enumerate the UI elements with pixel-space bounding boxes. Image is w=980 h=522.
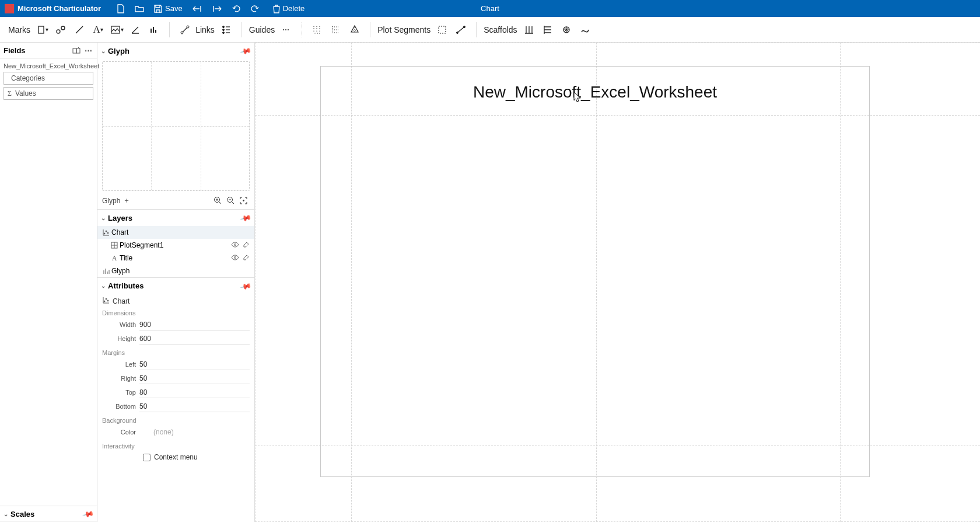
- svg-point-7: [222, 29, 224, 30]
- scales-panel-header[interactable]: ⌄ Scales 📌: [0, 506, 97, 522]
- svg-point-26: [107, 300, 108, 301]
- pin-icon[interactable]: 📌: [239, 211, 253, 225]
- erase-icon[interactable]: [240, 253, 251, 263]
- zoom-in-icon[interactable]: [211, 196, 224, 205]
- bottom-label: Bottom: [102, 403, 139, 410]
- delete-button[interactable]: Delete: [268, 0, 310, 17]
- erase-icon[interactable]: [240, 241, 251, 250]
- canvas-area[interactable]: New_Microsoft_Excel_Worksheet: [255, 43, 980, 522]
- guide-x-button[interactable]: [309, 22, 326, 38]
- layer-row-plotsegment[interactable]: PlotSegment1: [97, 239, 254, 252]
- layers-panel-header[interactable]: ⌄ Layers 📌: [97, 210, 254, 226]
- save-button[interactable]: Save: [149, 0, 187, 17]
- new-file-button[interactable]: [111, 0, 130, 17]
- eye-icon[interactable]: [230, 254, 240, 262]
- fields-panel-header[interactable]: Fields ⋯: [0, 43, 97, 59]
- pin-icon[interactable]: 📌: [239, 44, 253, 58]
- margin-bottom-input[interactable]: 50: [139, 401, 250, 412]
- dimensions-section-label: Dimensions: [102, 309, 250, 316]
- margin-right-input[interactable]: 50: [139, 373, 250, 384]
- margin-top-input[interactable]: 80: [139, 387, 250, 398]
- right-label: Right: [102, 375, 139, 382]
- svg-point-2: [61, 26, 65, 30]
- main-toolbar: Marks ▾ A▾ ▾ Links Guides Plot Segments …: [0, 17, 980, 43]
- field-label: Categories: [11, 74, 45, 82]
- guide-y-button[interactable]: [328, 22, 344, 38]
- svg-point-10: [457, 32, 459, 33]
- layer-row-title[interactable]: A Title: [97, 252, 254, 265]
- zoom-fit-icon[interactable]: [237, 196, 250, 205]
- scaffold-curve-button[interactable]: [577, 22, 593, 38]
- zoom-out-icon[interactable]: [224, 196, 237, 205]
- add-glyph-button[interactable]: ＋: [120, 196, 133, 206]
- glyph-panel-title: Glyph: [108, 47, 130, 55]
- svg-rect-13: [73, 48, 76, 53]
- glyph-canvas[interactable]: [102, 61, 250, 191]
- field-pill-values[interactable]: Σ Values: [4, 87, 93, 100]
- layer-name: Title: [120, 254, 230, 262]
- context-menu-checkbox[interactable]: [143, 454, 150, 461]
- pin-icon[interactable]: 📌: [81, 507, 96, 521]
- open-file-button[interactable]: [130, 0, 149, 17]
- field-pill-categories[interactable]: Categories: [4, 72, 93, 85]
- fields-panel-title: Fields: [4, 46, 26, 55]
- fields-more-icon[interactable]: ⋯: [83, 46, 93, 56]
- attributes-target: Chart: [113, 297, 130, 305]
- pin-icon[interactable]: 📌: [239, 279, 253, 293]
- mark-symbol-button[interactable]: [52, 22, 69, 38]
- svg-point-22: [235, 244, 236, 246]
- chart-title-text[interactable]: New_Microsoft_Excel_Worksheet: [321, 83, 869, 102]
- svg-rect-9: [439, 26, 446, 33]
- mark-icon-button[interactable]: ▾: [108, 22, 125, 38]
- chevron-down-icon: ⌄: [101, 48, 106, 54]
- guides-dropdown-button[interactable]: [278, 22, 295, 38]
- grid-icon: [109, 242, 120, 249]
- fields-edit-icon[interactable]: [71, 46, 82, 56]
- glyph-panel-header[interactable]: ⌄ Glyph 📌: [97, 43, 254, 59]
- svg-point-17: [243, 200, 244, 201]
- scaffold-v-button[interactable]: [540, 22, 556, 38]
- margins-section-label: Margins: [102, 349, 250, 356]
- svg-point-11: [464, 26, 466, 27]
- scaffold-h-button[interactable]: [521, 22, 537, 38]
- background-color-input[interactable]: (none): [139, 426, 250, 438]
- link-button[interactable]: [177, 22, 193, 38]
- legend-button[interactable]: [218, 22, 235, 38]
- width-input[interactable]: 900: [139, 319, 250, 330]
- glyph-icon: [101, 267, 111, 275]
- export-right-button[interactable]: [207, 0, 227, 17]
- plot-segment-line-button[interactable]: [453, 22, 469, 38]
- layer-row-glyph[interactable]: Glyph: [97, 265, 254, 277]
- guide-polar-button[interactable]: [346, 22, 363, 38]
- layer-row-chart[interactable]: Chart: [97, 226, 254, 239]
- eye-icon[interactable]: [230, 241, 240, 249]
- attributes-panel-header[interactable]: ⌄ Attributes 📌: [97, 277, 254, 294]
- scaffolds-label: Scaffolds: [484, 25, 517, 34]
- plot-segment-region-button[interactable]: [434, 22, 450, 38]
- context-menu-label: Context menu: [154, 453, 198, 461]
- margin-left-input[interactable]: 50: [139, 359, 250, 370]
- mark-dataaxis-button[interactable]: [127, 22, 144, 38]
- mark-text-button[interactable]: A▾: [90, 22, 106, 38]
- svg-point-23: [235, 257, 236, 259]
- color-label: Color: [102, 429, 139, 436]
- chart-icon: [102, 296, 110, 306]
- export-left-button[interactable]: [187, 0, 207, 17]
- mid-pane: ⌄ Glyph 📌 Glyph ＋ ⌄ Layers 📌 Chart: [97, 43, 255, 522]
- mark-rectangle-button[interactable]: ▾: [34, 22, 50, 38]
- scaffold-polar-button[interactable]: [558, 22, 575, 38]
- left-label: Left: [102, 361, 139, 368]
- layers-list: Chart PlotSegment1 A Title Glyph: [97, 226, 254, 277]
- height-input[interactable]: 600: [139, 333, 250, 344]
- app-logo-icon: [5, 4, 14, 13]
- mark-line-button[interactable]: [71, 22, 88, 38]
- chart-frame[interactable]: New_Microsoft_Excel_Worksheet: [320, 66, 870, 477]
- interactivity-section-label: Interactivity: [102, 443, 250, 450]
- mark-nested-button[interactable]: [146, 22, 162, 38]
- svg-point-24: [104, 301, 105, 302]
- height-label: Height: [102, 335, 139, 342]
- chart-icon: [101, 228, 111, 236]
- width-label: Width: [102, 321, 139, 328]
- undo-button[interactable]: [227, 0, 246, 17]
- redo-button[interactable]: [246, 0, 264, 17]
